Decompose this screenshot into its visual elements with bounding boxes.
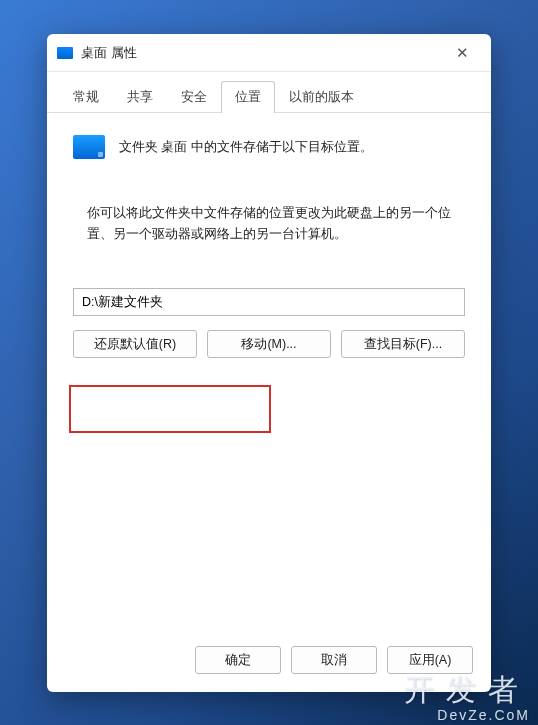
tab-general[interactable]: 常规 bbox=[59, 81, 113, 113]
tab-previous-versions[interactable]: 以前的版本 bbox=[275, 81, 368, 113]
restore-default-button[interactable]: 还原默认值(R) bbox=[73, 330, 197, 358]
description-row: 文件夹 桌面 中的文件存储于以下目标位置。 bbox=[73, 135, 465, 159]
tab-sharing[interactable]: 共享 bbox=[113, 81, 167, 113]
move-button[interactable]: 移动(M)... bbox=[207, 330, 331, 358]
desktop-icon bbox=[73, 135, 105, 159]
tab-content: 文件夹 桌面 中的文件存储于以下目标位置。 你可以将此文件夹中文件存储的位置更改… bbox=[47, 113, 491, 632]
desktop-small-icon bbox=[57, 47, 73, 59]
ok-button[interactable]: 确定 bbox=[195, 646, 281, 674]
window-title: 桌面 属性 bbox=[81, 44, 443, 62]
tab-security[interactable]: 安全 bbox=[167, 81, 221, 113]
tab-strip: 常规 共享 安全 位置 以前的版本 bbox=[47, 72, 491, 113]
apply-button[interactable]: 应用(A) bbox=[387, 646, 473, 674]
cancel-button[interactable]: 取消 bbox=[291, 646, 377, 674]
tab-location[interactable]: 位置 bbox=[221, 81, 275, 113]
annotation-highlight bbox=[69, 385, 271, 433]
description-text: 文件夹 桌面 中的文件存储于以下目标位置。 bbox=[119, 139, 373, 156]
find-target-button[interactable]: 查找目标(F)... bbox=[341, 330, 465, 358]
close-button[interactable]: ✕ bbox=[443, 38, 481, 68]
explanation-text: 你可以将此文件夹中文件存储的位置更改为此硬盘上的另一个位置、另一个驱动器或网络上… bbox=[73, 203, 465, 244]
properties-dialog: 桌面 属性 ✕ 常规 共享 安全 位置 以前的版本 文件夹 桌面 中的文件存储于… bbox=[47, 34, 491, 692]
action-buttons-row: 还原默认值(R) 移动(M)... 查找目标(F)... bbox=[73, 330, 465, 358]
dialog-footer: 确定 取消 应用(A) bbox=[47, 632, 491, 692]
path-input[interactable] bbox=[73, 288, 465, 316]
watermark-sub: DevZe.CoM bbox=[404, 707, 530, 723]
titlebar: 桌面 属性 ✕ bbox=[47, 34, 491, 72]
